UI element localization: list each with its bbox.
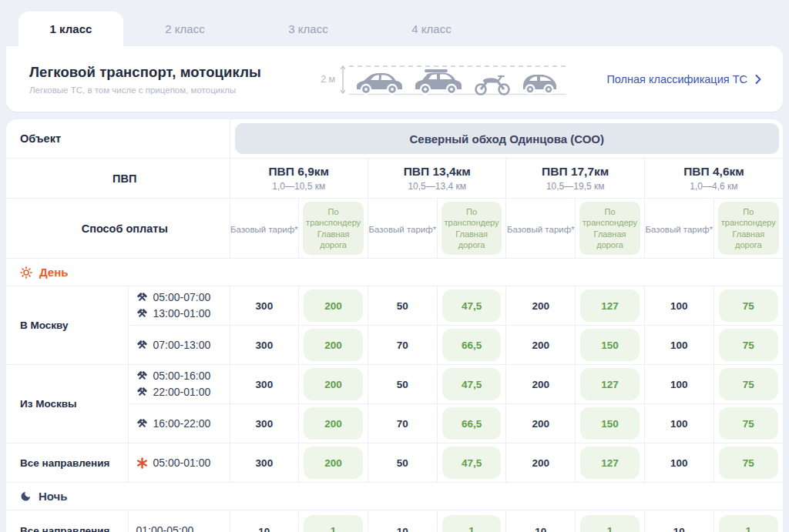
pvp-label: ПВП [6, 159, 230, 199]
payment-row: Способ оплаты Базовый тариф* По транспон… [6, 199, 783, 259]
full-classification-link[interactable]: Полная классификация ТС [606, 73, 761, 85]
day-section-header: День [20, 266, 783, 279]
tariff-cell: 47,5 [437, 443, 506, 483]
crossed-hammers-icon [136, 292, 148, 303]
tariff-cell: 300 [230, 286, 299, 326]
object-row: Объект Северный обход Одинцова (СОО) [6, 119, 783, 159]
tariff-cell: 100 [644, 443, 713, 483]
base-tariff-header: Базовый тариф* [644, 199, 713, 259]
tariff-cell: 75 [713, 286, 783, 326]
tab-class-4[interactable]: 4 класс [370, 12, 493, 46]
tariff-cell: 300 [230, 443, 299, 483]
direction-label: Все направления [6, 510, 128, 532]
vehicle-class-card: Легковой транспорт, мотоциклы Легковые Т… [6, 46, 783, 112]
tariff-cell: 300 [230, 365, 299, 404]
tariff-cell: 50 [368, 286, 437, 326]
tariff-cell: 200 [299, 443, 368, 483]
pvp-row: ПВП ПВП 6,9км 1,0—10,5 км ПВП 13,4км 10,… [6, 159, 783, 199]
tariff-cell: 50 [368, 443, 437, 483]
tariff-cell: 200 [299, 404, 368, 443]
payment-label: Способ оплаты [6, 199, 230, 259]
table-row: Из Москвы 05:00-16:00 22:00-01:00 300 20… [6, 365, 783, 404]
compact-car-icon [523, 75, 556, 94]
tariff-cell: 100 [644, 326, 713, 365]
transponder-tariff-header: По транспондеруГлавная дорога [299, 199, 368, 259]
time-cell: 05:00-16:00 22:00-01:00 [128, 365, 230, 404]
time-cell: 05:00-07:00 13:00-01:00 [128, 286, 230, 326]
day-section-row: День [6, 259, 783, 286]
time-cell: 16:00-22:00 [128, 404, 230, 443]
tariff-cell: 75 [713, 365, 783, 404]
crossed-hammers-icon [136, 340, 148, 351]
night-section-row: Ночь [6, 483, 783, 510]
tariff-table-card: Объект Северный обход Одинцова (СОО) ПВП… [6, 119, 783, 532]
tariff-cell: 100 [644, 365, 713, 404]
tab-class-3[interactable]: 3 класс [247, 12, 370, 46]
tariff-table: Объект Северный обход Одинцова (СОО) ПВП… [6, 119, 783, 532]
sun-icon [20, 266, 32, 279]
tab-class-2[interactable]: 2 класс [123, 12, 247, 46]
base-tariff-header: Базовый тариф* [506, 199, 576, 259]
base-tariff-header: Базовый тариф* [368, 199, 437, 259]
direction-label: В Москву [6, 286, 128, 365]
road-object-badge: Северный обход Одинцова (СОО) [235, 123, 779, 154]
table-row: В Москву 05:00-07:00 13:00-01:00 300 200… [6, 286, 783, 326]
tariff-cell: 47,5 [437, 286, 506, 326]
tariff-cell: 127 [576, 286, 645, 326]
tariff-cell: 75 [713, 443, 783, 483]
car-icon [415, 69, 462, 94]
vehicle-class-info: Легковой транспорт, мотоциклы Легковые Т… [29, 64, 284, 95]
tariff-cell: 1 [713, 510, 783, 532]
time-cell: 05:00-01:00 [128, 443, 230, 483]
time-cell: 07:00-13:00 [128, 326, 230, 365]
object-label: Объект [6, 119, 230, 159]
tariff-cell: 300 [230, 326, 299, 365]
table-row: Все направления 01:00-05:00 10 1 10 1 10… [6, 510, 783, 532]
tab-class-1[interactable]: 1 класс [18, 12, 123, 46]
tariff-cell: 200 [299, 365, 368, 404]
full-classification-link-label: Полная классификация ТС [606, 73, 747, 85]
vehicles-graphic [338, 59, 569, 99]
tariff-cell: 200 [506, 326, 576, 365]
chevron-right-icon [755, 75, 761, 84]
tariff-cell: 70 [368, 326, 437, 365]
tariff-cell: 300 [230, 404, 299, 443]
pvp-column-1: ПВП 6,9км 1,0—10,5 км [230, 159, 368, 199]
pvp-column-4: ПВП 4,6км 1,0—4,6 км [644, 159, 783, 199]
tariff-cell: 100 [644, 404, 713, 443]
tariff-cell: 10 [644, 510, 713, 532]
vehicle-class-tabs: 1 класс 2 класс 3 класс 4 класс [6, 0, 783, 46]
direction-label: Все направления [6, 443, 128, 483]
pvp-column-2: ПВП 13,4км 10,5—13,4 км [368, 159, 505, 199]
base-tariff-header: Базовый тариф* [230, 199, 299, 259]
tariff-cell: 200 [506, 286, 576, 326]
pvp-column-3: ПВП 17,7км 10,5—19,5 км [506, 159, 644, 199]
tariff-cell: 75 [713, 326, 783, 365]
tariff-cell: 1 [576, 510, 645, 532]
tariff-cell: 10 [230, 510, 299, 532]
tariff-cell: 66,5 [437, 326, 506, 365]
tariff-cell: 10 [506, 510, 576, 532]
vehicle-class-subtitle: Легковые ТС, в том числе с прицепом, мот… [29, 85, 284, 95]
tariff-cell: 200 [299, 286, 368, 326]
crossed-hammers-icon [136, 308, 148, 320]
tariff-cell: 200 [506, 443, 576, 483]
asterisk-icon [136, 457, 148, 469]
tariff-cell: 127 [576, 443, 645, 483]
crossed-hammers-icon [136, 386, 148, 398]
transponder-tariff-header: По транспондеруГлавная дорога [576, 199, 645, 259]
night-section-header: Ночь [20, 490, 783, 503]
tariff-cell: 66,5 [437, 404, 506, 443]
vehicle-class-title: Легковой транспорт, мотоциклы [29, 64, 284, 81]
tariff-cell: 200 [506, 404, 576, 443]
transponder-tariff-header: По транспондеруГлавная дорога [713, 199, 783, 259]
vehicle-silhouettes: 2 м [284, 59, 606, 99]
height-arrow-icon [341, 66, 345, 93]
crossed-hammers-icon [136, 370, 148, 382]
tariff-cell: 50 [368, 365, 437, 404]
height-label: 2 м [321, 74, 335, 85]
time-cell: 01:00-05:00 [128, 510, 230, 532]
tariff-cell: 150 [576, 404, 645, 443]
tariff-cell: 75 [713, 404, 783, 443]
tariff-cell: 127 [576, 365, 645, 404]
